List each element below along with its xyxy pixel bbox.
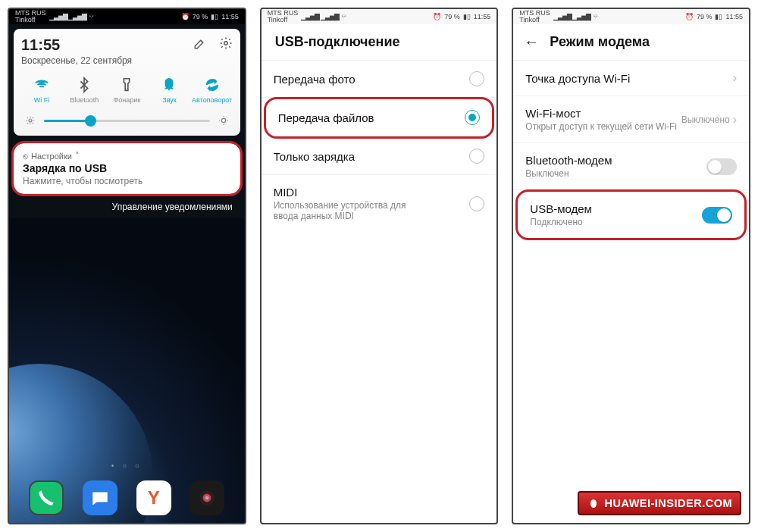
brightness-slider[interactable] xyxy=(44,120,210,122)
alarm-icon: ⏰ xyxy=(181,13,190,20)
option-label: Только зарядка xyxy=(274,150,355,163)
chevron-right-icon: › xyxy=(733,113,737,127)
page-header: ← Режим модема xyxy=(513,24,749,61)
option-sub: Открыт доступ к текущей сети Wi-Fi xyxy=(525,121,677,132)
tile-bluetooth[interactable]: Bluetooth xyxy=(64,77,105,104)
manage-notifications-link[interactable]: Управление уведомлениями xyxy=(9,202,233,212)
battery-icon: ▮▯ xyxy=(715,13,722,20)
home-wallpaper: • ○ ○ Y xyxy=(9,218,245,523)
battery-pct: 79 % xyxy=(444,13,460,20)
quick-tiles: Wi Fi Bluetooth Фонарик Звук Автоповорот xyxy=(21,77,233,104)
camera-app-icon[interactable] xyxy=(190,480,224,515)
edit-icon[interactable] xyxy=(193,36,207,53)
tile-flashlight-label: Фонарик xyxy=(113,96,140,104)
battery-pct: 79 % xyxy=(193,13,208,20)
radio-icon xyxy=(469,71,484,86)
option-label: Точка доступа Wi-Fi xyxy=(525,72,630,85)
alarm-icon: ⏰ xyxy=(433,13,441,20)
radio-icon xyxy=(465,110,480,125)
tile-wifi-label: Wi Fi xyxy=(34,96,50,104)
tile-flashlight[interactable]: Фонарик xyxy=(106,77,147,104)
usb-option-photo[interactable]: Передача фото xyxy=(262,61,497,98)
brightness-row xyxy=(21,114,233,131)
tether-usb-modem[interactable]: USB-модем Подключено xyxy=(518,192,744,238)
huawei-logo-icon xyxy=(587,496,600,510)
toggle-switch[interactable] xyxy=(706,158,737,175)
svg-point-2 xyxy=(221,118,225,122)
watermark-badge: HUAWEI-INSIDER.COM xyxy=(578,491,742,515)
shade-date: Воскресенье, 22 сентября xyxy=(21,55,132,66)
svg-point-1 xyxy=(29,119,32,122)
signal-icon: ▁▃▅▇ ▁▃▅▇ xyxy=(49,13,87,20)
signal-icon: ▁▃▅▇ ▁▃▅▇ xyxy=(553,13,591,20)
option-label: USB-модем xyxy=(530,202,592,215)
page-title: Режим модема xyxy=(550,34,650,50)
wifi-status-icon: ⌔ xyxy=(89,13,93,20)
status-time: 11:55 xyxy=(474,13,491,20)
chevron-up-icon: ˄ xyxy=(75,151,80,161)
toggle-switch[interactable] xyxy=(702,207,732,224)
usb-option-charge[interactable]: Только зарядка xyxy=(262,138,497,175)
tile-autorotate[interactable]: Автоповорот xyxy=(192,77,233,104)
notif-app-name: Настройки xyxy=(31,152,72,161)
carrier-2: Tinkoff xyxy=(519,17,550,23)
option-sub: Использование устройства для ввода данны… xyxy=(274,200,433,221)
tether-options-list: Точка доступа Wi-Fi › Wi-Fi-мост Открыт … xyxy=(513,61,749,239)
usb-option-midi[interactable]: MIDI Использование устройства для ввода … xyxy=(262,175,497,232)
carrier-2: Tinkoff xyxy=(268,17,299,23)
option-label: MIDI xyxy=(274,186,433,199)
usb-option-files[interactable]: Передача файлов xyxy=(266,99,493,136)
page-title: USB-подключение xyxy=(275,34,400,50)
tile-bluetooth-label: Bluetooth xyxy=(70,96,99,104)
svg-point-0 xyxy=(224,42,227,45)
back-icon[interactable]: ← xyxy=(524,33,539,51)
quick-settings-panel: 11:55 Воскресенье, 22 сентября Wi Fi Blu… xyxy=(14,29,240,136)
app-dock: Y xyxy=(9,480,245,515)
status-time: 11:55 xyxy=(725,13,743,20)
tile-wifi[interactable]: Wi Fi xyxy=(21,77,62,104)
wifi-status-icon: ⌔ xyxy=(594,13,597,20)
option-label: Wi-Fi-мост xyxy=(525,107,677,120)
shade-clock: 11:55 xyxy=(21,36,132,54)
usb-options-list: Передача фото Передача файлов Только зар… xyxy=(262,61,497,232)
tether-wifi-hotspot[interactable]: Точка доступа Wi-Fi › xyxy=(513,61,749,96)
yandex-app-icon[interactable]: Y xyxy=(136,480,171,515)
gear-icon[interactable] xyxy=(219,36,233,53)
radio-icon xyxy=(469,196,484,211)
usb-icon: ⎋ xyxy=(23,152,28,161)
carrier-2: Tinkoff xyxy=(15,17,46,23)
usb-notification[interactable]: ⎋ Настройки ˄ Зарядка по USB Нажмите, чт… xyxy=(14,143,240,194)
notif-title: Зарядка по USB xyxy=(23,162,231,174)
option-sub: Подключено xyxy=(530,217,592,227)
option-value: Выключено xyxy=(681,114,730,125)
chevron-right-icon: › xyxy=(733,71,737,85)
alarm-icon: ⏰ xyxy=(685,13,694,20)
status-bar: MTS RUS Tinkoff ▁▃▅▇ ▁▃▅▇ ⌔ ⏰ 79 % ▮▯ 11… xyxy=(513,9,749,24)
tether-wifi-bridge[interactable]: Wi-Fi-мост Открыт доступ к текущей сети … xyxy=(513,96,749,143)
option-label: Передача фото xyxy=(274,73,356,86)
option-label: Передача файлов xyxy=(278,111,374,124)
watermark-text: HUAWEI-INSIDER.COM xyxy=(605,497,733,509)
battery-icon: ▮▯ xyxy=(211,13,218,20)
messages-app-icon[interactable] xyxy=(83,480,117,515)
option-sub: Выключен xyxy=(525,168,612,179)
battery-icon: ▮▯ xyxy=(463,13,471,20)
phone-screenshot-2: MTS RUS Tinkoff ▁▃▅▇ ▁▃▅▇ ⌔ ⏰ 79 % ▮▯ 11… xyxy=(260,8,499,524)
svg-point-5 xyxy=(205,496,209,500)
tile-autorotate-label: Автоповорот xyxy=(192,96,232,104)
page-header: USB-подключение xyxy=(262,24,497,61)
notif-subtitle: Нажмите, чтобы посмотреть xyxy=(23,176,231,186)
status-bar: MTS RUS Tinkoff ▁▃▅▇ ▁▃▅▇ ⌔ ⏰ 79 % ▮▯ 11… xyxy=(9,9,245,24)
phone-screenshot-3: MTS RUS Tinkoff ▁▃▅▇ ▁▃▅▇ ⌔ ⏰ 79 % ▮▯ 11… xyxy=(512,8,750,524)
tile-sound-label: Звук xyxy=(162,96,176,104)
brightness-low-icon xyxy=(24,114,36,127)
wifi-status-icon: ⌔ xyxy=(342,13,346,20)
brightness-auto-icon xyxy=(218,114,230,127)
radio-icon xyxy=(469,149,484,164)
battery-pct: 79 % xyxy=(697,13,713,20)
tile-sound[interactable]: Звук xyxy=(149,77,190,104)
tether-bluetooth[interactable]: Bluetooth-модем Выключен xyxy=(513,143,749,190)
option-label: Bluetooth-модем xyxy=(525,154,612,167)
phone-app-icon[interactable] xyxy=(29,480,64,515)
page-indicator: • ○ ○ xyxy=(9,462,245,470)
